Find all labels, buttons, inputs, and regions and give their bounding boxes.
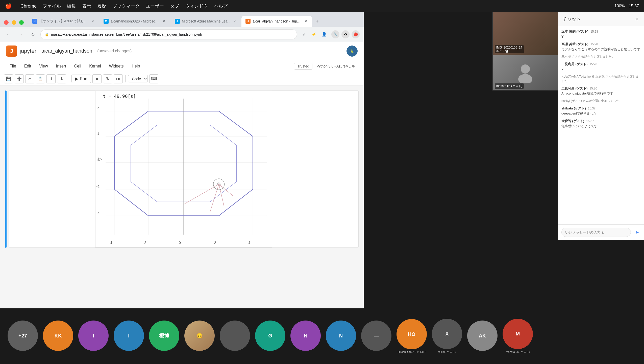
menu-edit[interactable]: Edit [21, 62, 35, 70]
keyboard-button[interactable]: ⌨ [149, 74, 158, 83]
participant-wrapper[interactable]: Mmasato-ka (ゲスト) [503, 319, 533, 354]
url-input[interactable]: 🔒 masato-ka-aicar.eastus.instances.azure… [40, 29, 297, 39]
participant-avatar[interactable]: 榎博 [149, 321, 179, 351]
menu-help[interactable]: Help [128, 62, 143, 70]
menubar-window[interactable]: ウィンドウ [185, 3, 208, 9]
menubar-chrome[interactable]: Chrome [20, 4, 37, 9]
chat-msg-header: 二見利男 (ゲスト) 15:30 [561, 86, 641, 91]
participant-wrapper[interactable]: KK [43, 321, 73, 352]
menubar-tab[interactable]: タブ [170, 3, 179, 9]
chat-close-button[interactable]: ✕ [633, 16, 640, 23]
chat-msg-name: shibata (ゲスト) [561, 106, 586, 111]
close-button[interactable] [4, 20, 9, 25]
video-thumb-label-2: masato-ka (ゲスト) [495, 83, 524, 89]
participant-avatar[interactable]: N [326, 321, 356, 351]
move-up-button[interactable]: ⬆ [46, 74, 56, 83]
menu-kernel[interactable]: Kernel [86, 62, 104, 70]
tab-4[interactable]: J aicar_algyan_handson - Jupyte... ✕ [241, 16, 312, 27]
participant-avatar[interactable]: +27 [8, 321, 38, 351]
menubar-edit[interactable]: 編集 [67, 3, 76, 9]
run-button[interactable]: ▶ Run [71, 75, 91, 83]
back-button[interactable]: ← [4, 30, 13, 39]
reload-button[interactable]: ↻ [28, 30, 37, 39]
maximize-button[interactable] [19, 20, 24, 25]
restart-button[interactable]: ↻ [103, 74, 112, 83]
jupyter-logo-icon: J [6, 46, 17, 57]
tab-1-title: 【オンライン】Azureで試して... [39, 19, 88, 24]
tab-2[interactable]: M aicarhandson0820 - Microsoft... ✕ [100, 16, 170, 27]
menubar-history[interactable]: 履歴 [97, 3, 106, 9]
participant-wrapper[interactable]: G [255, 321, 285, 352]
participant-wrapper[interactable]: AK [467, 321, 498, 352]
minimize-button[interactable] [12, 20, 16, 25]
menu-view[interactable]: View [36, 62, 51, 70]
chat-msg-text: 無事動いているようです [561, 124, 641, 128]
participant-avatar[interactable]: N [290, 321, 321, 351]
menubar-view[interactable]: 表示 [82, 3, 91, 9]
menubar-bookmarks[interactable]: ブックマーク [112, 3, 140, 9]
move-down-button[interactable]: ⬇ [57, 74, 66, 83]
ext-btn-1[interactable]: 🔧 [331, 30, 339, 38]
participant-wrapper[interactable]: 😊 [184, 321, 215, 352]
profile-button[interactable]: 👤 [320, 30, 328, 38]
chat-input[interactable] [561, 228, 631, 237]
participant-avatar[interactable]: AK [467, 321, 498, 351]
jupyter-header: J jupyter aicar_algyan_handson (unsaved … [0, 42, 364, 60]
menubar-users[interactable]: ユーザー [146, 3, 164, 9]
tab-1-close[interactable]: ✕ [90, 19, 95, 24]
participant-avatar[interactable] [220, 321, 250, 351]
new-tab-button[interactable]: + [313, 17, 322, 26]
save-button[interactable]: 💾 [4, 74, 13, 83]
chat-message: 坂本 博嗣 (ゲスト) 15:28 Y [561, 29, 641, 39]
participant-avatar[interactable]: X [432, 319, 462, 349]
participant-avatar[interactable]: HO [397, 319, 427, 349]
jupyter-logo-text: jupyter [20, 48, 36, 54]
participant-avatar[interactable]: KK [43, 321, 73, 351]
trusted-badge[interactable]: Trusted [294, 63, 312, 70]
ext-btn-3[interactable]: 🔴 [352, 30, 360, 38]
participant-wrapper[interactable] [220, 321, 250, 352]
participant-wrapper[interactable]: I [114, 321, 144, 352]
menu-widgets[interactable]: Widgets [106, 62, 127, 70]
tab-3-close[interactable]: ✕ [232, 19, 237, 24]
chat-header: チャット ✕ [558, 12, 644, 26]
copy-button[interactable]: 📋 [36, 74, 45, 83]
participant-wrapper[interactable]: — [361, 321, 391, 352]
forward-button[interactable]: → [16, 30, 25, 39]
add-cell-button[interactable]: ➕ [15, 74, 24, 83]
participant-avatar[interactable]: G [255, 321, 285, 351]
menu-file[interactable]: File [6, 62, 20, 70]
tab-3[interactable]: A Microsoft Azure Machine Lea... ✕ [171, 16, 241, 27]
apple-icon[interactable]: 🍎 [5, 3, 12, 9]
participant-wrapper[interactable]: N [290, 321, 321, 352]
ext-btn-2[interactable]: ♻ [341, 30, 350, 38]
participant-wrapper[interactable]: N [326, 321, 356, 352]
avatar-label: masato-ka (ゲスト) [506, 350, 530, 354]
participant-avatar[interactable]: — [361, 321, 391, 351]
extension-button[interactable]: ⚡ [310, 30, 318, 38]
menu-insert[interactable]: Insert [53, 62, 70, 70]
participant-wrapper[interactable]: I [78, 321, 109, 352]
url-bar: ← → ↻ 🔒 masato-ka-aicar.eastus.instances… [0, 27, 364, 42]
tab-2-close[interactable]: ✕ [162, 19, 166, 24]
menubar-file[interactable]: ファイル [43, 3, 61, 9]
tab-1[interactable]: J 【オンライン】Azureで試して... ✕ [28, 16, 99, 27]
participant-wrapper[interactable]: +27 [8, 321, 38, 352]
participant-wrapper[interactable]: 榎博 [149, 321, 179, 352]
participant-avatar[interactable]: M [503, 319, 533, 349]
star-button[interactable]: ☆ [300, 30, 308, 38]
participant-avatar[interactable]: I [114, 321, 144, 351]
menu-cell[interactable]: Cell [71, 62, 85, 70]
participant-avatar[interactable]: I [78, 321, 109, 351]
participant-wrapper[interactable]: Xxujiqi (ゲスト) [432, 319, 462, 354]
fast-forward-button[interactable]: ⏭ [114, 74, 123, 83]
cell-type-select[interactable]: Code [128, 75, 148, 82]
chat-send-button[interactable]: ➤ [633, 228, 641, 236]
tab-4-close[interactable]: ✕ [304, 19, 308, 24]
cut-button[interactable]: ✂ [25, 74, 34, 83]
chat-msg-system: KUWAYAMA Tadahiro 桑山 忠弘 さんが会議から退席しました。 [561, 75, 641, 83]
participant-avatar[interactable]: 😊 [184, 321, 215, 351]
participant-wrapper[interactable]: HOHiroshi Ota (GBB IOT) [397, 319, 427, 353]
stop-button[interactable]: ■ [92, 74, 102, 83]
menubar-help[interactable]: ヘルプ [214, 3, 228, 9]
